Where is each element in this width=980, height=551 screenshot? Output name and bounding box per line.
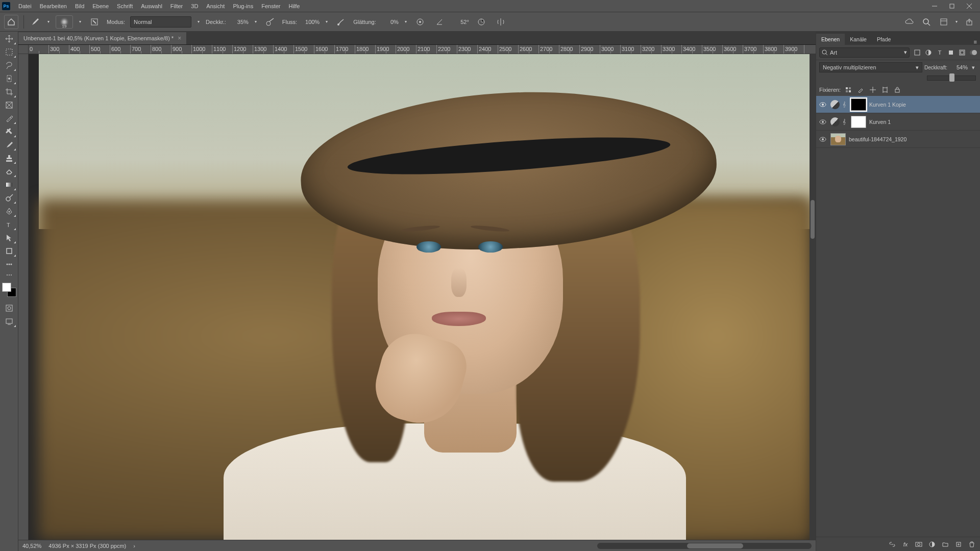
type-tool[interactable]: T [2, 218, 17, 231]
edit-toolbar[interactable] [2, 271, 17, 279]
layer-style-icon[interactable]: fx [900, 539, 911, 549]
pen-tool[interactable] [2, 205, 17, 217]
tab-kanaele[interactable]: Kanäle [845, 34, 872, 45]
layer-mask-icon[interactable] [914, 539, 924, 549]
menu-hilfe[interactable]: Hilfe [284, 0, 304, 12]
filter-adjust-icon[interactable] [924, 48, 933, 57]
menu-bearbeiten[interactable]: Bearbeiten [36, 0, 71, 12]
close-icon[interactable]: × [178, 35, 181, 42]
brush-chevron-icon[interactable]: ▾ [78, 19, 82, 24]
screenmode-tool[interactable] [2, 315, 17, 328]
stamp-tool[interactable] [2, 152, 17, 164]
delete-layer-icon[interactable] [967, 539, 977, 549]
menu-ansicht[interactable]: Ansicht [202, 0, 229, 12]
menu-fenster[interactable]: Fenster [257, 0, 284, 12]
move-tool[interactable] [2, 33, 17, 45]
layer-name[interactable]: Kurven 1 Kopie [869, 102, 906, 108]
canvas[interactable] [29, 54, 810, 540]
opacity-slider-knob[interactable] [949, 73, 954, 82]
menu-datei[interactable]: Datei [14, 0, 36, 12]
layer-opacity-value[interactable]: 54% [949, 64, 968, 70]
layer-blend-mode-dropdown[interactable]: Negativ multiplizieren▾ [819, 62, 922, 72]
mode-chevron-icon[interactable]: ▾ [197, 19, 201, 24]
quickmask-tool[interactable] [2, 302, 17, 314]
lock-transparent-icon[interactable] [844, 85, 853, 94]
brush-tool[interactable] [2, 139, 17, 151]
layer-mask-thumbnail[interactable] [851, 98, 866, 111]
panel-menu-icon[interactable]: ≡ [971, 39, 980, 45]
angle-value[interactable]: 52° [452, 19, 469, 25]
filter-smart-icon[interactable] [958, 48, 967, 57]
layer-name[interactable]: Kurven 1 [869, 119, 891, 125]
new-layer-icon[interactable] [953, 539, 964, 549]
layer-filter-dropdown[interactable]: Art ▾ [819, 47, 910, 58]
visibility-toggle[interactable] [818, 135, 827, 144]
adjustment-layer-icon[interactable] [927, 539, 937, 549]
brush-preset-picker[interactable]: 19 [56, 15, 73, 29]
layer-row[interactable]: beautiful-1844724_1920 [816, 131, 980, 148]
flow-value[interactable]: 100% [302, 19, 320, 25]
flow-chevron-icon[interactable]: ▾ [325, 19, 329, 24]
quick-select-tool[interactable] [2, 72, 17, 85]
opacity-value[interactable]: 35% [231, 19, 249, 25]
opacity-chevron-icon[interactable]: ▾ [970, 64, 977, 71]
healing-tool[interactable] [2, 126, 17, 138]
vertical-scrollbar[interactable] [810, 54, 816, 540]
eraser-tool[interactable] [2, 165, 17, 178]
smoothing-options-icon[interactable] [413, 15, 427, 29]
workspace-chevron-icon[interactable]: ▾ [954, 19, 959, 24]
path-select-tool[interactable] [2, 232, 17, 244]
menu-ebene[interactable]: Ebene [88, 0, 113, 12]
dodge-tool[interactable] [2, 192, 17, 204]
menu-plugins[interactable]: Plug-ins [229, 0, 257, 12]
menu-3d[interactable]: 3D [187, 0, 202, 12]
tab-pfade[interactable]: Pfade [872, 34, 896, 45]
group-icon[interactable] [940, 539, 950, 549]
menu-schrift[interactable]: Schrift [113, 0, 137, 12]
filter-pixel-icon[interactable] [913, 48, 922, 57]
lock-artboard-icon[interactable] [880, 85, 890, 94]
marquee-tool[interactable] [2, 46, 17, 58]
filter-shape-icon[interactable] [946, 48, 955, 57]
frame-tool[interactable] [2, 99, 17, 111]
brush-panel-toggle-icon[interactable] [87, 15, 102, 29]
window-close-button[interactable] [961, 0, 978, 12]
home-button[interactable] [4, 15, 18, 29]
shape-tool[interactable] [2, 245, 17, 257]
share-icon[interactable] [963, 15, 976, 29]
filter-type-icon[interactable]: T [935, 48, 944, 57]
layer-row[interactable]: 𝄞 Kurven 1 [816, 113, 980, 131]
menu-bild[interactable]: Bild [71, 0, 88, 12]
menu-filter[interactable]: Filter [166, 0, 187, 12]
window-minimize-button[interactable] [926, 0, 943, 12]
horizontal-ruler[interactable]: 0300400500600700800900100011001200130014… [29, 45, 816, 54]
color-swatches[interactable] [2, 283, 16, 297]
smoothing-value[interactable]: 0% [381, 19, 399, 25]
pressure-opacity-icon[interactable] [263, 15, 277, 29]
symmetry-icon[interactable] [494, 15, 508, 29]
zoom-level[interactable]: 40,52% [22, 543, 41, 549]
gradient-tool[interactable] [2, 179, 17, 191]
status-chevron-icon[interactable]: › [133, 543, 135, 549]
blend-mode-dropdown[interactable]: Normal [130, 16, 191, 28]
layer-name[interactable]: beautiful-1844724_1920 [849, 136, 906, 142]
window-maximize-button[interactable] [943, 0, 961, 12]
cloud-docs-icon[interactable] [902, 15, 916, 29]
layer-mask-thumbnail[interactable] [851, 116, 866, 128]
horizontal-scrollbar[interactable] [597, 543, 812, 549]
menu-auswahl[interactable]: Auswahl [137, 0, 166, 12]
crop-tool[interactable] [2, 86, 17, 98]
search-icon[interactable] [920, 15, 933, 29]
airbrush-icon[interactable] [334, 15, 348, 29]
more-tools[interactable] [2, 258, 17, 270]
visibility-toggle[interactable] [818, 117, 827, 127]
tool-preset-chevron-icon[interactable]: ▾ [46, 19, 51, 24]
ruler-origin[interactable] [18, 45, 29, 54]
workspace-icon[interactable] [937, 15, 950, 29]
document-tab[interactable]: Unbenannt-1 bei 40,5% (Kurven 1 Kopie, E… [18, 32, 187, 44]
lock-paint-icon[interactable] [856, 85, 865, 94]
filter-toggle[interactable] [970, 50, 977, 55]
tab-ebenen[interactable]: Ebenen [816, 34, 845, 45]
lasso-tool[interactable] [2, 59, 17, 71]
visibility-toggle[interactable] [818, 100, 827, 109]
